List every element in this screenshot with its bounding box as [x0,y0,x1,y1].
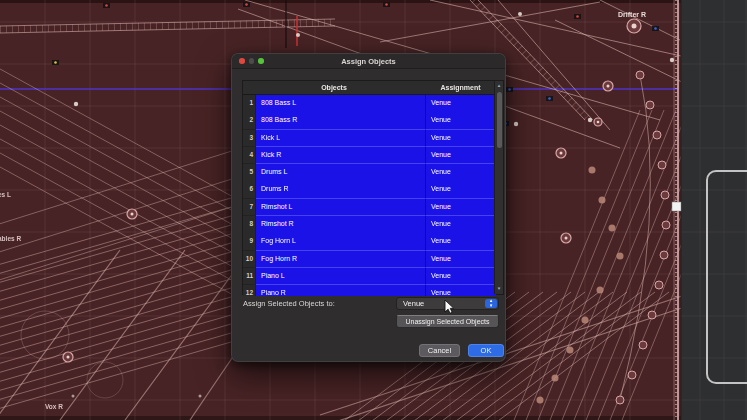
scroll-down-icon[interactable]: ▼ [495,286,503,292]
table-row[interactable]: 1 808 Bass L Venue [243,95,503,112]
row-assignment: Venue [425,216,496,234]
side-panel [681,0,747,420]
table-row[interactable]: 10 Fog Horn R Venue [243,251,503,268]
cancel-button[interactable]: Cancel [419,344,460,357]
row-assignment: Venue [425,130,496,148]
top-shade [0,0,681,3]
bg-label-drifter-r: Drifter R [618,11,646,18]
row-number: 2 [243,112,256,130]
row-object: Rimshot R [256,216,425,234]
dialog-title: Assign Objects [232,54,505,68]
row-object: 808 Bass L [256,95,425,113]
assignment-dropdown-value: Venue [403,298,424,310]
table-row[interactable]: 6 Drums R Venue [243,181,503,198]
table-row[interactable]: 4 Kick R Venue [243,147,503,164]
row-assignment: Venue [425,164,496,182]
edge-handle[interactable] [672,202,681,211]
row-object: Drums L [256,164,425,182]
table-row[interactable]: 7 Rimshot L Venue [243,199,503,216]
assign-objects-dialog: Assign Objects Objects Assignment 1 808 … [231,53,506,362]
stepper-down-icon: ▼ [489,304,493,308]
table-row[interactable]: 5 Drums L Venue [243,164,503,181]
table-row[interactable]: 11 Piano L Venue [243,268,503,285]
row-assignment: Venue [425,233,496,251]
row-assignment: Venue [425,95,496,113]
row-assignment: Venue [425,181,496,199]
table-row[interactable]: 3 Kick L Venue [243,130,503,147]
dropdown-stepper-icon: ▲ ▼ [485,299,497,308]
table-header: Objects Assignment [243,81,503,95]
row-object: Piano R [256,285,425,296]
table-scrollbar[interactable]: ▲ ▼ [494,81,503,294]
column-header-objects[interactable]: Objects [243,81,425,94]
scrollbar-thumb[interactable] [497,92,502,148]
row-object: Piano L [256,268,425,286]
row-number: 6 [243,181,256,199]
objects-table: Objects Assignment 1 808 Bass L Venue 2 … [242,80,504,295]
row-assignment: Venue [425,268,496,286]
row-object: Rimshot L [256,199,425,217]
row-assignment: Venue [425,112,496,130]
row-object: Fog Horn L [256,233,425,251]
row-assignment: Venue [425,251,496,269]
row-number: 1 [243,95,256,113]
row-number: 11 [243,268,256,286]
mouse-cursor [444,300,456,316]
bottom-shade [0,416,681,420]
row-assignment: Venue [425,147,496,165]
app-screen: Drifter R Vox R ables R es L Assign Obje… [0,0,747,420]
column-header-assignment[interactable]: Assignment [425,81,496,94]
row-assignment: Venue [425,285,496,296]
ok-button[interactable]: OK [468,344,504,357]
row-number: 9 [243,233,256,251]
bg-label-es-l: es L [0,191,11,198]
scroll-up-icon[interactable]: ▲ [495,83,503,89]
row-number: 7 [243,199,256,217]
table-row[interactable]: 2 808 Bass R Venue [243,112,503,129]
row-object: Kick L [256,130,425,148]
row-object: Kick R [256,147,425,165]
row-object: Drums R [256,181,425,199]
bg-label-vox-r: Vox R [45,403,63,410]
dialog-titlebar[interactable]: Assign Objects [232,54,505,69]
row-number: 3 [243,130,256,148]
unassign-button[interactable]: Unassign Selected Objects [396,315,499,328]
bg-label-ables-r: ables R [0,235,21,242]
row-number: 10 [243,251,256,269]
table-row[interactable]: 12 Piano R Venue [243,285,503,296]
table-row[interactable]: 8 Rimshot R Venue [243,216,503,233]
table-body: 1 808 Bass L Venue 2 808 Bass R Venue 3 … [243,95,503,296]
row-number: 5 [243,164,256,182]
row-object: Fog Horn R [256,251,425,269]
row-number: 12 [243,285,256,296]
row-number: 8 [243,216,256,234]
row-number: 4 [243,147,256,165]
row-assignment: Venue [425,199,496,217]
row-object: 808 Bass R [256,112,425,130]
table-row[interactable]: 9 Fog Horn L Venue [243,233,503,250]
assign-to-label: Assign Selected Objects to: [243,297,335,310]
